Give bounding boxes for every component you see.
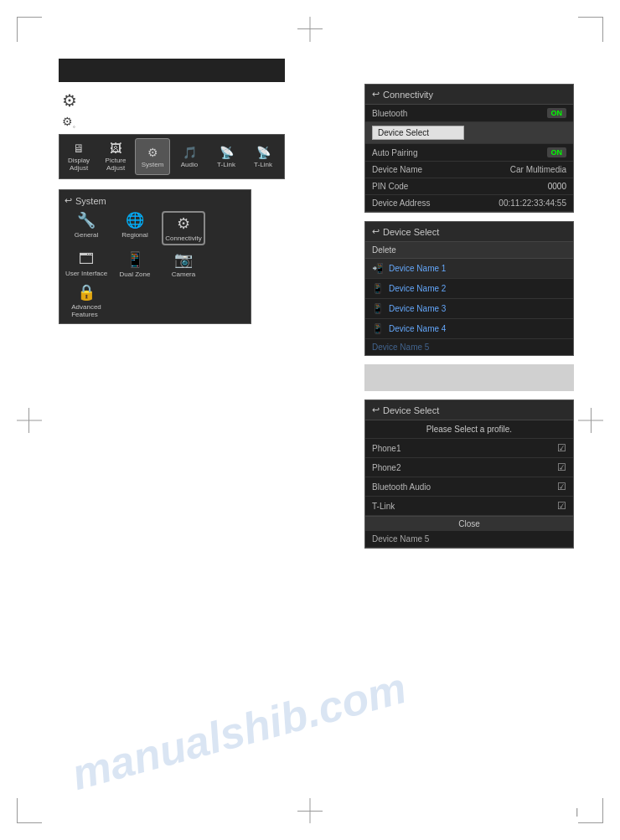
sys-item-regional[interactable]: 🌐 Regional [113,211,157,245]
device-select-header: ↩ Device Select [365,222,573,242]
device-item-3[interactable]: 📱 Device Name 3 [365,299,573,319]
device-item-2[interactable]: 📱 Device Name 2 [365,279,573,299]
sys-item-advanced-label: AdvancedFeatures [71,303,101,318]
device-3-icon: 📱 [372,303,384,314]
sys-item-connectivity[interactable]: ⚙ Connectivity [162,211,205,245]
connectivity-back-icon[interactable]: ↩ [372,89,380,100]
device-select-title: Device Select [383,227,439,237]
menu-item-display-label: DisplayAdjust [68,157,90,172]
main-menu-bar: 🖥 DisplayAdjust 🖼 PictureAdjust ⚙ System… [59,134,285,179]
device-name-row: Device Name Car Multimedia [365,162,573,178]
menu-item-system[interactable]: ⚙ System [135,138,170,175]
connectivity-title: Connectivity [383,90,433,100]
corner-mark-bl [17,798,42,823]
sys-item-advanced[interactable]: 🔒 AdvancedFeatures [65,283,108,318]
system-back-icon[interactable]: ↩ [65,195,72,206]
device-name-5-label: Device Name 5 [365,531,573,548]
device-address-label: Device Address [372,198,430,208]
system-panel: ↩ System 🔧 General 🌐 Regional ⚙ Connecti… [59,189,251,324]
profile-btaudio-label: Bluetooth Audio [372,482,431,492]
sys-item-general-label: General [75,231,98,239]
device-item-1[interactable]: 📲 Device Name 1 [365,259,573,279]
page-number: | [576,807,578,817]
crosshair-left-v [28,408,29,433]
display-icon: 🖥 [73,142,85,155]
gear-icon-main: ⚙ [62,90,302,111]
profile-phone1-label: Phone1 [372,444,400,453]
audio-icon: 🎵 [183,146,197,159]
corner-mark-br [578,798,603,823]
gear-icon-small: ⚙◦ [62,114,302,131]
device-select-box[interactable]: Device Select [372,126,464,140]
profile-panel-header: ↩ Device Select [365,400,573,420]
crosshair-left-h [17,420,42,420]
connectivity-panel: ↩ Connectivity Bluetooth ON Device Selec… [364,84,574,213]
close-button[interactable]: Close [365,516,573,531]
crosshair-top-v [310,17,311,42]
profile-item-tlink[interactable]: T-Link ☑ [365,497,573,516]
system-panel-header: ↩ System [65,195,245,206]
menu-item-tlink2[interactable]: 📡 T-Link [245,138,281,175]
auto-pairing-label: Auto Pairing [372,148,417,157]
sys-item-regional-label: Regional [121,231,148,239]
pin-code-row: PIN Code 0000 [365,178,573,195]
menu-item-tlink1-label: T-Link [217,161,235,168]
menu-item-picture-label: PictureAdjust [106,157,127,172]
sys-item-dualzone-label: Dual Zone [120,271,151,278]
picture-icon: 🖼 [110,142,121,155]
device-2-icon: 📱 [372,283,384,294]
profile-phone2-check: ☑ [557,461,566,473]
crosshair-bottom-v [310,798,311,823]
bluetooth-badge: ON [547,108,567,118]
crosshair-right-v [591,408,592,433]
corner-mark-tl [17,17,42,42]
sys-item-dualzone[interactable]: 📱 Dual Zone [113,250,157,278]
system-panel-title: System [75,196,106,206]
bluetooth-row: Bluetooth ON [365,105,573,122]
sys-item-userinterface[interactable]: 🗔 User Interface [65,250,108,278]
device-select-back-icon[interactable]: ↩ [372,226,380,237]
profile-phone1-check: ☑ [557,442,566,454]
profile-item-phone2[interactable]: Phone2 ☑ [365,458,573,477]
profile-phone2-label: Phone2 [372,463,400,472]
device-address-value: 00:11:22:33:44:55 [499,198,566,208]
profile-item-btaudio[interactable]: Bluetooth Audio ☑ [365,477,573,497]
header-bar [59,59,285,82]
auto-pairing-badge: ON [547,147,567,157]
device-1-icon: 📲 [372,263,384,274]
advanced-icon: 🔒 [77,283,96,301]
device-item-4[interactable]: 📱 Device Name 4 [365,319,573,339]
auto-pairing-row: Auto Pairing ON [365,144,573,162]
sys-item-connectivity-label: Connectivity [165,234,202,242]
regional-icon: 🌐 [126,211,144,229]
profile-item-phone1[interactable]: Phone1 ☑ [365,439,573,458]
profile-back-icon[interactable]: ↩ [372,405,380,415]
system-icons-grid: 🔧 General 🌐 Regional ⚙ Connectivity 🗔 Us… [65,211,245,318]
empty-bar [364,364,574,391]
menu-item-picture[interactable]: 🖼 PictureAdjust [98,138,133,175]
sys-item-userinterface-label: User Interface [65,270,107,277]
device-select-row[interactable]: Device Select [365,122,573,144]
profile-tlink-label: T-Link [372,502,395,511]
menu-item-tlink2-label: T-Link [254,161,272,168]
sys-item-camera[interactable]: 📷 Camera [162,250,205,278]
device-name-value: Car Multimedia [510,165,566,174]
tlink1-icon: 📡 [220,146,234,159]
device-name-label: Device Name [372,165,422,174]
connectivity-panel-header: ↩ Connectivity [365,85,573,105]
sys-item-general[interactable]: 🔧 General [65,211,108,245]
device-1-name: Device Name 1 [389,264,446,273]
device-4-icon: 📱 [372,323,384,334]
profile-prompt: Please Select a profile. [365,420,573,439]
menu-item-display[interactable]: 🖥 DisplayAdjust [61,138,96,175]
menu-item-tlink1[interactable]: 📡 T-Link [209,138,244,175]
tlink2-icon: 📡 [256,146,271,159]
profile-panel: ↩ Device Select Please Select a profile.… [364,399,574,549]
menu-item-audio[interactable]: 🎵 Audio [172,138,207,175]
delete-bar[interactable]: Delete [365,242,573,259]
menu-item-audio-label: Audio [181,161,198,168]
profile-btaudio-check: ☑ [557,481,566,492]
device-4-name: Device Name 4 [389,324,446,333]
pin-code-label: PIN Code [372,182,408,191]
device-address-row: Device Address 00:11:22:33:44:55 [365,195,573,212]
